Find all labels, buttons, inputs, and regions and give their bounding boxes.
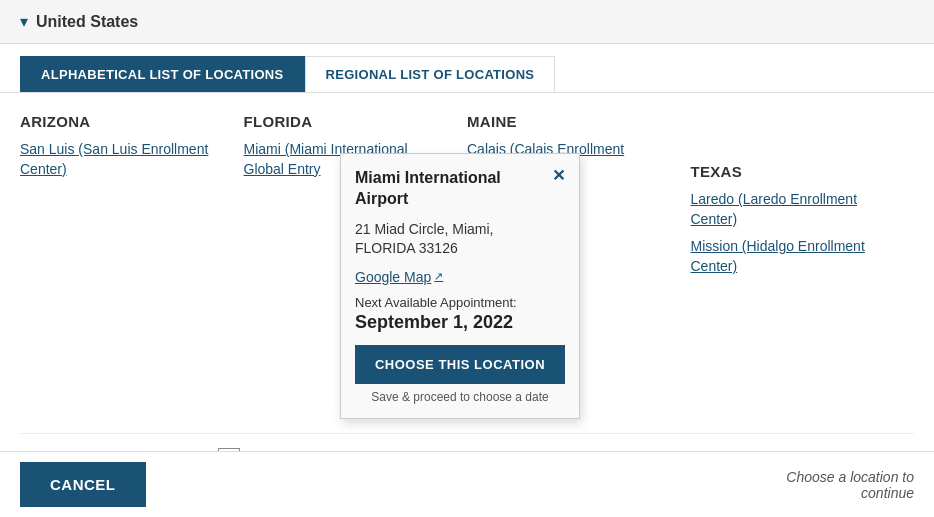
footer: CANCEL Choose a location tocontinue [0, 451, 934, 517]
state-maine: MAINE [467, 113, 671, 130]
state-texas: TEXAS [691, 163, 895, 180]
column-texas: TEXAS Laredo (Laredo Enrollment Center) … [691, 113, 915, 284]
popup-card: Miami International Airport ✕ 21 Miad Ci… [340, 153, 580, 419]
external-link-icon: ↗ [434, 270, 443, 283]
state-florida: FLORIDA [244, 113, 448, 130]
tab-alphabetical[interactable]: ALPHABETICAL LIST OF LOCATIONS [20, 56, 305, 92]
location-mission[interactable]: Mission (Hidalgo Enrollment Center) [691, 237, 895, 276]
tabs-container: ALPHABETICAL LIST OF LOCATIONS REGIONAL … [0, 44, 934, 93]
close-icon[interactable]: ✕ [552, 168, 565, 184]
next-appointment-date: September 1, 2022 [355, 312, 565, 333]
popup-title: Miami International Airport [355, 168, 552, 210]
next-appointment-label: Next Available Appointment: [355, 295, 565, 310]
location-laredo[interactable]: Laredo (Laredo Enrollment Center) [691, 190, 895, 229]
country-name: United States [36, 13, 138, 31]
column-arizona: ARIZONA San Luis (San Luis Enrollment Ce… [20, 113, 244, 284]
google-map-link[interactable]: Google Map ↗ [355, 269, 443, 285]
popup-header: Miami International Airport ✕ [355, 168, 565, 210]
save-proceed-text: Save & proceed to choose a date [355, 390, 565, 404]
country-header: ▾ United States [0, 0, 934, 44]
choose-location-hint: Choose a location tocontinue [786, 469, 914, 501]
cancel-button[interactable]: CANCEL [20, 462, 146, 507]
popup-address: 21 Miad Circle, Miami, FLORIDA 33126 [355, 220, 565, 259]
tab-regional[interactable]: REGIONAL LIST OF LOCATIONS [305, 56, 556, 92]
content-area: ARIZONA San Luis (San Luis Enrollment Ce… [0, 93, 934, 433]
location-san-luis[interactable]: San Luis (San Luis Enrollment Center) [20, 140, 224, 179]
chevron-down-icon[interactable]: ▾ [20, 12, 28, 31]
choose-location-button[interactable]: CHOOSE THIS LOCATION [355, 345, 565, 384]
state-arizona: ARIZONA [20, 113, 224, 130]
